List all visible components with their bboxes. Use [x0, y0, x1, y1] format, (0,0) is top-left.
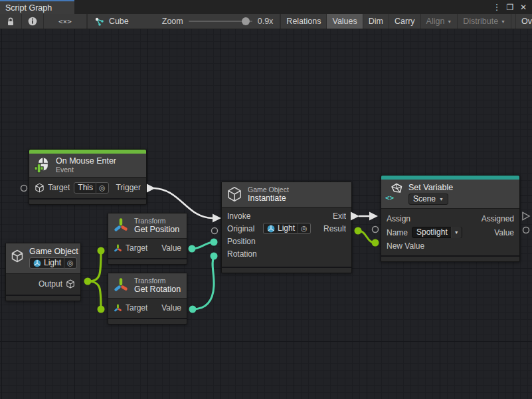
node-get-rotation[interactable]: Transform Get Rotation Target Valu	[108, 273, 187, 325]
node-title: Get Position	[134, 225, 179, 234]
target-port-label: Target	[126, 243, 147, 253]
game-object-icon	[35, 183, 44, 193]
window-controls: ⋮ ❐ ✕	[491, 0, 532, 14]
set-variable-icon: <>	[386, 183, 403, 201]
assign-port-label: Assign	[387, 214, 416, 223]
output-port-label: Output	[33, 279, 62, 289]
node-category: Transform	[134, 217, 179, 225]
tab-script-graph[interactable]: Script Graph	[0, 0, 74, 14]
node-title: Get Rotation	[134, 285, 181, 294]
object-picker-icon[interactable]: ◎	[64, 257, 76, 269]
zoom-value: 0.9x	[258, 17, 274, 26]
script-graph-window: Script Graph ⋮ ❐ ✕ <×>	[0, 0, 532, 399]
graph-breadcrumb[interactable]: Cube	[87, 14, 135, 29]
name-dropdown-button[interactable]: ▼	[451, 227, 462, 238]
light-output-port[interactable]	[84, 278, 92, 285]
trigger-port-label: Trigger	[110, 183, 141, 192]
variable-brackets-icon: <>	[385, 194, 394, 202]
code-view-button[interactable]: <×>	[44, 14, 87, 29]
variable-name-field[interactable]: Spotlight ▼	[412, 227, 462, 238]
name-input-port[interactable]	[373, 227, 379, 233]
lock-button[interactable]	[0, 14, 22, 29]
invoke-input-port[interactable]	[213, 214, 221, 223]
node-on-mouse-enter[interactable]: On Mouse Enter Event Target This ◎	[29, 149, 147, 205]
getrotation-value-port[interactable]	[189, 306, 197, 313]
value-port-label: Value	[161, 243, 181, 253]
mouse-enter-target-port[interactable]	[21, 186, 27, 192]
object-value-chip[interactable]: Light ◎	[29, 257, 77, 269]
original-input-port[interactable]	[212, 228, 218, 234]
result-port-label: Result	[323, 224, 346, 233]
zoom-slider-handle[interactable]	[242, 17, 250, 25]
mouse-event-icon	[34, 157, 50, 174]
wire-output-to-getrotation	[88, 281, 101, 309]
new-value-port-label: New Value	[387, 241, 424, 251]
trigger-output-port[interactable]	[147, 184, 155, 193]
node-footer	[222, 267, 351, 273]
object-picker-icon[interactable]: ◎	[298, 223, 310, 234]
carry-button[interactable]: Carry	[389, 14, 421, 29]
position-port-label: Position	[227, 237, 263, 246]
distribute-button[interactable]: Distribute ▼	[458, 14, 511, 29]
relations-button[interactable]: Relations	[281, 14, 327, 29]
graph-toolbar: <×> Cube Zoom 0.9x Relations Values Dim …	[0, 14, 532, 29]
values-button[interactable]: Values	[327, 14, 363, 29]
target-value-chip[interactable]: This ◎	[74, 182, 108, 194]
wire-output-to-getposition	[88, 251, 101, 281]
chevron-down-icon: ▼	[439, 194, 444, 205]
light-object-icon	[267, 225, 275, 233]
chevron-down-icon: ▼	[501, 19, 505, 24]
node-game-object-literal[interactable]: Game Object Light ◎	[5, 243, 81, 301]
node-header: On Mouse Enter Event	[29, 154, 146, 178]
exit-port-label: Exit	[333, 211, 346, 221]
window-menu-icon[interactable]: ⋮	[491, 1, 503, 13]
node-get-position[interactable]: Transform Get Position Target Valu	[108, 213, 187, 265]
position-input-port[interactable]	[211, 239, 218, 246]
rotation-input-port[interactable]	[211, 253, 218, 260]
getposition-value-port[interactable]	[189, 245, 196, 253]
node-set-variable[interactable]: <> Set Variable Scene ▼ Assign Assigned	[381, 175, 520, 262]
node-category: Game Object	[248, 186, 289, 194]
game-object-icon	[66, 279, 75, 289]
light-object-icon	[33, 259, 41, 267]
node-title: Set Variable	[408, 183, 453, 192]
node-category: Transform	[134, 277, 181, 285]
dim-button[interactable]: Dim	[363, 14, 389, 29]
result-output-port[interactable]	[355, 227, 362, 235]
name-port-label: Name	[387, 228, 408, 237]
graph-name: Cube	[109, 17, 129, 26]
target-port-label: Target	[48, 183, 70, 192]
chevron-down-icon: ▼	[447, 19, 452, 24]
value-port-label: Value	[161, 303, 181, 313]
node-title: Game Object	[29, 247, 80, 256]
transform-icon	[114, 304, 122, 313]
new-value-input-port[interactable]	[372, 239, 379, 247]
zoom-slider[interactable]	[189, 21, 252, 22]
align-button[interactable]: Align ▼	[421, 14, 458, 29]
assigned-output-port[interactable]	[523, 213, 529, 220]
zoom-control: Zoom 0.9x	[155, 14, 280, 29]
game-object-icon	[11, 249, 24, 263]
invoke-port-label: Invoke	[227, 211, 263, 221]
getposition-target-port[interactable]	[98, 247, 105, 255]
value-output-port[interactable]	[523, 227, 529, 233]
maximize-icon[interactable]: ❐	[504, 1, 516, 13]
overview-button[interactable]: Overview	[515, 14, 532, 29]
node-instantiate[interactable]: Game Object Instantiate Invoke Exit Orig…	[221, 182, 352, 273]
getrotation-target-port[interactable]	[98, 306, 105, 313]
game-object-icon	[226, 186, 242, 202]
wire-getrotation-to-rotation	[193, 257, 214, 309]
original-value-chip[interactable]: Light ◎	[263, 223, 311, 234]
close-icon[interactable]: ✕	[517, 1, 529, 13]
variable-scope-dropdown[interactable]: Scene ▼	[408, 194, 448, 205]
zoom-label: Zoom	[162, 17, 183, 26]
title-bar: Script Graph ⋮ ❐ ✕	[0, 0, 532, 14]
node-subtitle: Event	[56, 166, 116, 174]
info-icon	[28, 17, 37, 26]
graph-canvas[interactable]: On Mouse Enter Event Target This ◎	[0, 29, 532, 399]
assign-input-port[interactable]	[369, 212, 378, 221]
wire-getposition-to-position	[192, 242, 214, 249]
lock-icon	[6, 17, 15, 27]
info-button[interactable]	[22, 14, 44, 29]
object-picker-icon[interactable]: ◎	[96, 182, 108, 194]
